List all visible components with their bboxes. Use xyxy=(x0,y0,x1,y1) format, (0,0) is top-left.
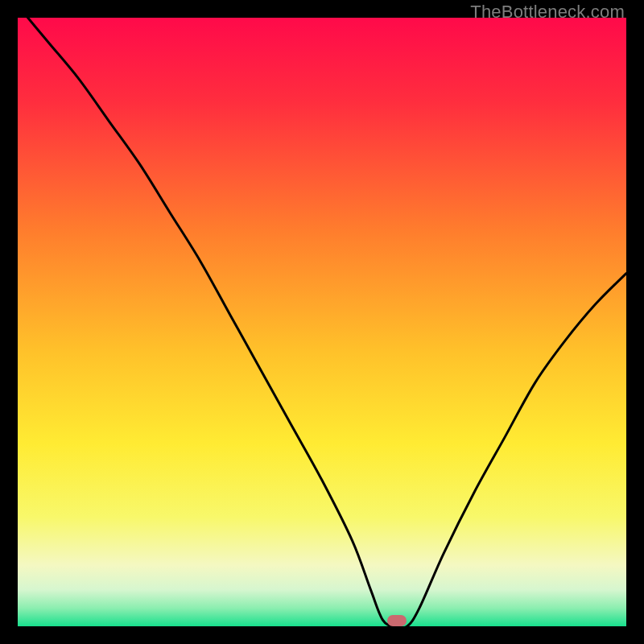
watermark-text: TheBottleneck.com xyxy=(470,2,625,23)
chart-plot xyxy=(18,18,626,626)
chart-frame xyxy=(18,18,626,626)
optimal-marker xyxy=(387,615,407,626)
chart-background xyxy=(18,18,626,626)
